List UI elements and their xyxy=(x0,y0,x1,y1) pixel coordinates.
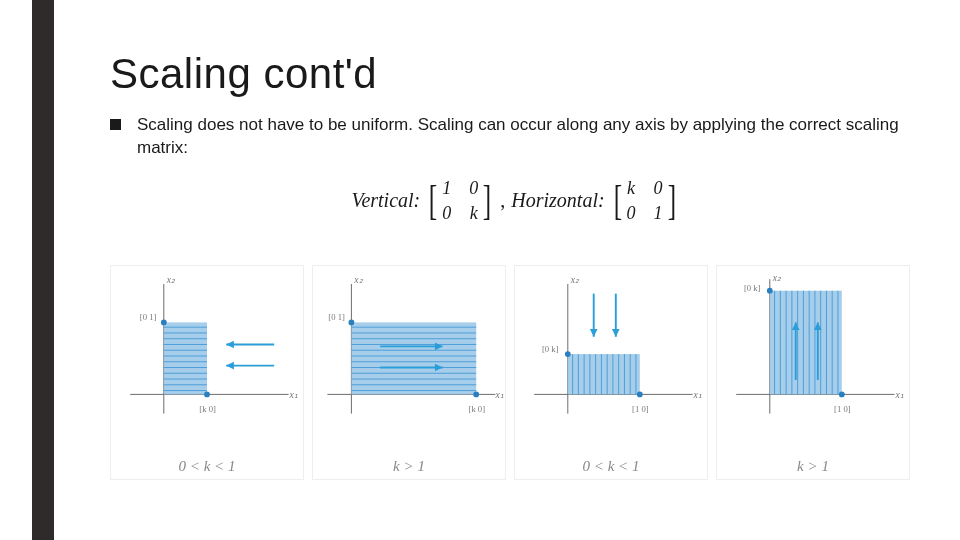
svg-text:x₂: x₂ xyxy=(570,274,580,285)
comma: , xyxy=(500,189,505,212)
svg-text:x₂: x₂ xyxy=(353,274,363,285)
svg-text:[0 1]: [0 1] xyxy=(328,312,345,322)
slide-accent-bar xyxy=(32,0,54,540)
matrix-equations: Vertical: [ 10 0k ] , Horizontal: [ k0 0… xyxy=(110,178,920,224)
plot-svg: x₂ x₁ [0 k] [1 0] xyxy=(717,266,909,446)
svg-text:[1 0]: [1 0] xyxy=(632,404,649,414)
figure-caption: 0 < k < 1 xyxy=(515,458,707,475)
svg-point-44 xyxy=(349,320,355,326)
svg-text:[0 1]: [0 1] xyxy=(140,312,157,322)
plot-svg: x₂ x₁ [0 k] [1 0] xyxy=(515,266,707,446)
vertical-label: Vertical: xyxy=(351,189,420,212)
svg-text:x₁: x₁ xyxy=(693,389,702,400)
horizontal-matrix: [ k0 01 ] xyxy=(611,178,679,224)
bullet-text: Scaling does not have to be uniform. Sca… xyxy=(137,114,920,160)
svg-text:[k 0]: [k 0] xyxy=(469,404,486,414)
slide-title: Scaling cont'd xyxy=(110,50,920,98)
svg-marker-68 xyxy=(612,329,620,337)
svg-text:x₂: x₂ xyxy=(772,272,782,283)
horizontal-label: Horizontal: xyxy=(511,189,604,212)
svg-point-95 xyxy=(839,392,845,398)
svg-text:x₁: x₁ xyxy=(494,389,503,400)
svg-text:[k 0]: [k 0] xyxy=(199,404,216,414)
svg-text:x₁: x₁ xyxy=(895,389,904,400)
plot-svg: x₂ x₁ [0 1] [k 0] xyxy=(111,266,303,446)
slide-content: Scaling cont'd Scaling does not have to … xyxy=(110,50,920,252)
bullet-item: Scaling does not have to be uniform. Sca… xyxy=(110,114,920,160)
svg-text:[1 0]: [1 0] xyxy=(834,404,851,414)
svg-text:[0 k]: [0 k] xyxy=(542,344,559,354)
vertical-matrix: [ 10 0k ] xyxy=(426,178,494,224)
svg-marker-16 xyxy=(226,341,234,349)
svg-point-70 xyxy=(637,392,643,398)
svg-text:x₁: x₁ xyxy=(289,389,298,400)
svg-text:[0 k]: [0 k] xyxy=(744,283,761,293)
figure-v-stretch: x₂ x₁ [0 k] [1 0] k > 1 xyxy=(716,265,910,480)
figure-caption: k > 1 xyxy=(313,458,505,475)
figure-v-shrink: x₂ x₁ [0 k] [1 0] 0 < k < 1 xyxy=(514,265,708,480)
figure-caption: k > 1 xyxy=(717,458,909,475)
figure-row: x₂ x₁ [0 1] [k 0] 0 < k < 1 x₂ x₁ [0 1] … xyxy=(110,265,910,480)
svg-marker-66 xyxy=(590,329,598,337)
svg-point-20 xyxy=(204,392,210,398)
figure-h-stretch: x₂ x₁ [0 1] [k 0] k > 1 xyxy=(312,265,506,480)
svg-marker-18 xyxy=(226,362,234,370)
svg-point-69 xyxy=(565,351,571,357)
plot-svg: x₂ x₁ [0 1] [k 0] xyxy=(313,266,505,446)
figure-caption: 0 < k < 1 xyxy=(111,458,303,475)
svg-text:x₂: x₂ xyxy=(166,274,176,285)
svg-point-45 xyxy=(473,392,479,398)
svg-point-94 xyxy=(767,288,773,294)
bullet-square-icon xyxy=(110,119,121,130)
svg-point-19 xyxy=(161,320,167,326)
figure-h-shrink: x₂ x₁ [0 1] [k 0] 0 < k < 1 xyxy=(110,265,304,480)
